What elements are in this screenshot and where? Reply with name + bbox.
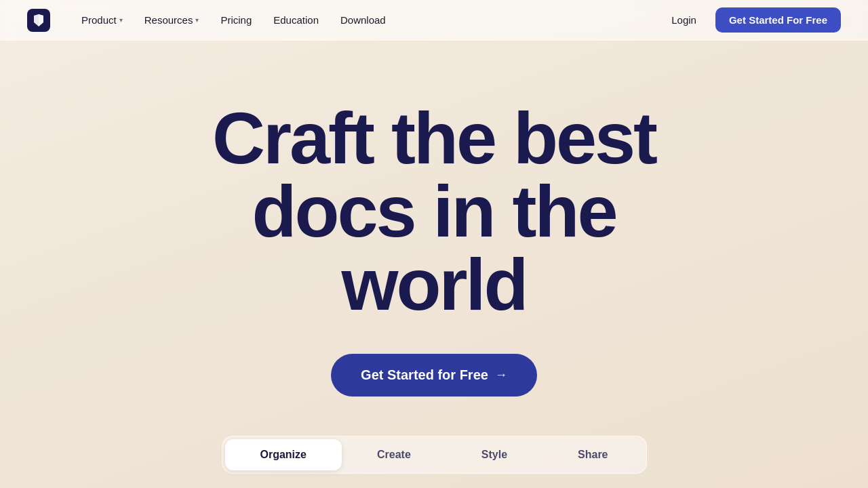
nav-cta-button[interactable]: Get Started For Free xyxy=(715,7,841,33)
nav-item-download[interactable]: Download xyxy=(331,9,395,31)
navigation: Product ▾ Resources ▾ Pricing Education … xyxy=(0,0,868,41)
nav-item-education[interactable]: Education xyxy=(264,9,328,31)
hero-title: Craft the best docs in the world xyxy=(212,102,656,321)
nav-links: Product ▾ Resources ▾ Pricing Education … xyxy=(72,9,663,31)
login-link[interactable]: Login xyxy=(663,9,705,31)
logo[interactable] xyxy=(27,9,50,32)
nav-item-pricing[interactable]: Pricing xyxy=(211,9,261,31)
arrow-icon: → xyxy=(495,368,507,382)
hero-cta-button[interactable]: Get Started for Free → xyxy=(331,354,537,396)
tab-share[interactable]: Share xyxy=(542,439,643,470)
feature-tabs: Organize Create Style Share xyxy=(222,436,647,474)
hero-section: Craft the best docs in the world Get Sta… xyxy=(0,41,868,487)
tab-style[interactable]: Style xyxy=(446,439,542,470)
nav-item-resources[interactable]: Resources ▾ xyxy=(135,9,209,31)
chevron-down-icon: ▾ xyxy=(119,16,123,24)
tab-organize[interactable]: Organize xyxy=(225,439,342,470)
chevron-down-icon: ▾ xyxy=(195,16,199,24)
nav-item-product[interactable]: Product ▾ xyxy=(72,9,132,31)
nav-right: Login Get Started For Free xyxy=(663,7,841,33)
tab-create[interactable]: Create xyxy=(342,439,446,470)
